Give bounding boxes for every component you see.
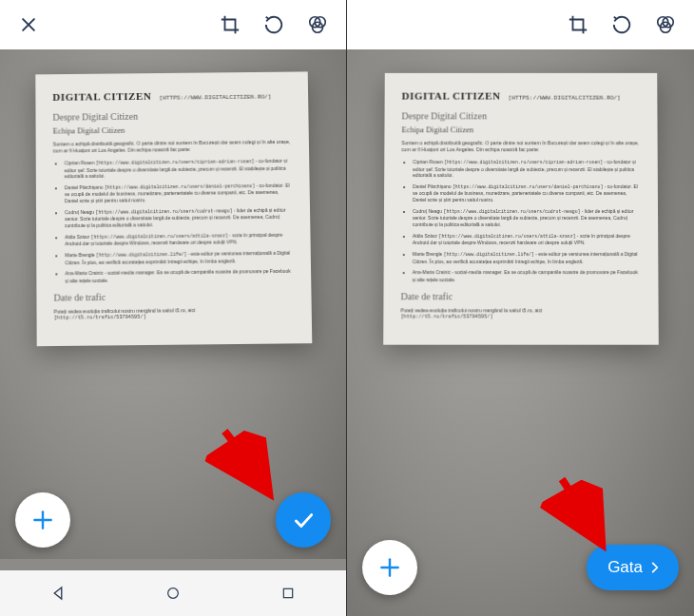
doc-member-item: Attila Szász [https://www.digitalcitizen… <box>65 232 293 248</box>
bottom-actions <box>15 492 331 548</box>
doc-site-name: DIGITAL CITIZEN <box>52 90 151 103</box>
doc-intro: Suntem o echipă distribuită geografic. O… <box>53 139 293 155</box>
doc-heading-traffic: Date de trafic <box>53 290 294 303</box>
doc-member-item: Ana-Maria Crainic - social-media manager… <box>65 268 294 284</box>
rotate-icon[interactable] <box>260 11 287 38</box>
scan-preview[interactable]: DIGITAL CITIZEN [HTTPS://WWW.DIGITALCITI… <box>0 49 346 559</box>
add-page-button[interactable] <box>362 540 417 595</box>
svg-rect-8 <box>284 588 293 597</box>
doc-member-list: Ciprian Rusen [https://www.digitalcitize… <box>53 158 294 284</box>
doc-heading-team: Echipa Digital Citizen <box>401 125 640 134</box>
close-icon[interactable] <box>15 11 42 38</box>
done-button-label: Gata <box>607 558 643 577</box>
topbar <box>0 0 346 49</box>
doc-member-item: Ciprian Rusen [https://www.digitalcitize… <box>413 159 641 179</box>
doc-site-name: DIGITAL CITIZEN <box>401 90 500 102</box>
doc-outro: Puteți vedea evoluția traficului nostru … <box>54 306 295 321</box>
doc-member-list: Ciprian Rusen [https://www.digitalcitize… <box>400 159 641 283</box>
doc-member-item: Daniel Pârchișanu [https://www.digitalci… <box>65 183 293 204</box>
scanner-pane-done: DIGITAL CITIZEN [HTTPS://WWW.DIGITALCITI… <box>347 0 694 616</box>
doc-heading-team: Echipa Digital Citizen <box>53 124 292 136</box>
color-filters-icon[interactable] <box>304 11 331 38</box>
scanned-document: DIGITAL CITIZEN [HTTPS://WWW.DIGITALCITI… <box>383 73 659 344</box>
doc-site-url: [HTTPS://WWW.DIGITALCITIZEN.RO/] <box>508 95 620 102</box>
doc-member-item: Codruț Neagu [https://www.digitalcitizen… <box>412 208 640 228</box>
scanner-pane-crop: DIGITAL CITIZEN [HTTPS://WWW.DIGITALCITI… <box>0 0 347 616</box>
scan-preview[interactable]: DIGITAL CITIZEN [HTTPS://WWW.DIGITALCITI… <box>347 49 694 616</box>
rotate-icon[interactable] <box>608 11 635 38</box>
doc-outro: Puteți vedea evoluția traficului nostru … <box>400 307 641 319</box>
scanned-document: DIGITAL CITIZEN [HTTPS://WWW.DIGITALCITI… <box>35 71 312 345</box>
svg-point-7 <box>168 588 179 599</box>
doc-intro: Suntem o echipă distribuită geografic. O… <box>401 140 640 153</box>
topbar <box>347 0 694 49</box>
add-page-button[interactable] <box>15 492 70 548</box>
bottom-actions: Gata <box>362 540 679 595</box>
doc-heading-traffic: Date de trafic <box>400 291 641 301</box>
doc-member-item: Marte Brengle [http://www.digitalcitizen… <box>412 251 641 264</box>
doc-member-item: Ana-Maria Crainic - social-media manager… <box>412 269 641 282</box>
doc-member-item: Codruț Neagu [https://www.digitalcitizen… <box>65 207 293 229</box>
doc-member-item: Ciprian Rusen [https://www.digitalcitize… <box>65 158 293 180</box>
doc-member-item: Marte Brengle [http://www.digitalcitizen… <box>65 250 294 266</box>
done-button[interactable]: Gata <box>587 545 679 590</box>
crop-icon[interactable] <box>217 11 243 38</box>
nav-recent-icon[interactable] <box>275 580 301 606</box>
doc-member-item: Attila Szász [https://www.digitalcitizen… <box>412 233 640 246</box>
crop-icon[interactable] <box>565 11 591 38</box>
android-navbar <box>0 570 346 616</box>
nav-home-icon[interactable] <box>160 580 186 606</box>
doc-heading-about: Despre Digital Citizen <box>52 109 291 123</box>
nav-back-icon[interactable] <box>45 580 71 606</box>
doc-member-item: Daniel Pârchișanu [https://www.digitalci… <box>413 183 641 203</box>
confirm-button[interactable] <box>276 492 331 548</box>
doc-heading-about: Despre Digital Citizen <box>401 110 640 121</box>
color-filters-icon[interactable] <box>652 11 679 38</box>
doc-site-url: [HTTPS://WWW.DIGITALCITIZEN.RO/] <box>159 94 271 102</box>
